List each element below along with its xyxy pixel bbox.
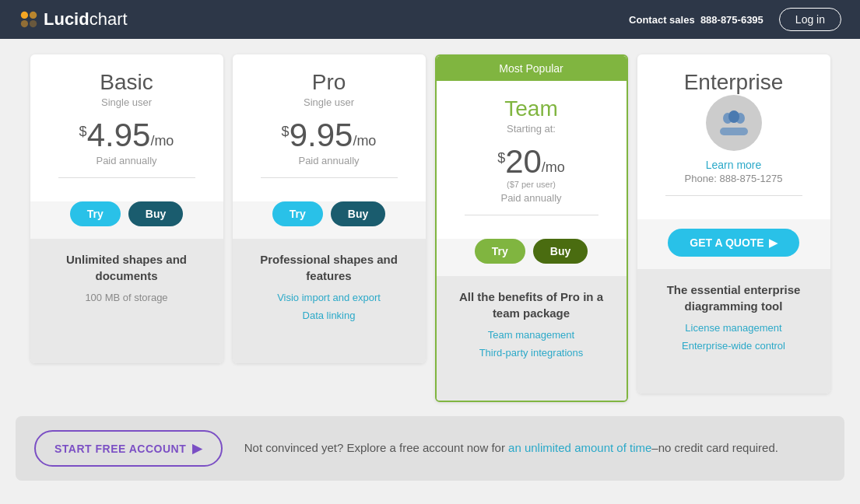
plan-name-team: Team [449, 96, 614, 121]
price-amount-pro: 9.95 [290, 119, 353, 152]
price-mo-basic: /mo [150, 133, 174, 149]
plan-price-pro: $ 9.95 /mo [245, 119, 413, 152]
start-free-account-button[interactable]: START FREE ACCOUNT ▶ [34, 430, 223, 467]
bottom-strip: START FREE ACCOUNT ▶ Not convinced yet? … [16, 416, 844, 481]
feature-main-pro: Professional shapes and features [245, 251, 413, 284]
plan-card-enterprise: Enterprise Learn more Phone: 888-875-127… [637, 54, 830, 394]
svg-point-2 [21, 20, 28, 27]
feature-link-team-1[interactable]: Third-party integrations [449, 347, 614, 359]
plan-header-basic: Basic Single user $ 4.95 /mo Paid annual… [30, 54, 223, 201]
bottom-highlight: an unlimited amount of time [508, 441, 651, 454]
start-free-arrow: ▶ [192, 441, 202, 456]
feature-link-enterprise-1[interactable]: Enterprise-wide control [650, 340, 818, 352]
plan-header-pro: Pro Single user $ 9.95 /mo Paid annually [233, 54, 426, 201]
enterprise-svg [717, 109, 751, 137]
start-free-label: START FREE ACCOUNT [54, 443, 186, 455]
plan-divider-enterprise [665, 195, 802, 196]
plan-billed-team: Paid annually [449, 192, 614, 204]
plan-price-team: $ 20 /mo [449, 145, 614, 178]
plan-card-team: Most Popular Team Starting at: $ 20 /mo … [435, 54, 628, 402]
price-amount-basic: 4.95 [87, 119, 151, 152]
contact-info: Contact sales 888-875-6395 [629, 14, 763, 26]
plan-billed-pro: Paid annually [245, 155, 413, 166]
plan-divider-team [465, 215, 598, 215]
plan-subtitle-pro: Single user [245, 96, 413, 108]
plan-divider-basic [58, 177, 195, 178]
logo-text: Lucidchart [44, 9, 128, 30]
price-amount-team: 20 [505, 145, 542, 178]
plan-features-enterprise: The essential enterprise diagramming too… [637, 269, 830, 394]
price-note-team: ($7 per user) [449, 180, 614, 189]
plan-billed-basic: Paid annually [43, 155, 211, 166]
header-right: Contact sales 888-875-6395 Log in [629, 8, 841, 31]
plan-subtitle-basic: Single user [43, 96, 211, 108]
price-dollar-basic: $ [79, 124, 87, 140]
plan-name-enterprise: Enterprise [650, 70, 818, 95]
feature-main-team: All the benefits of Pro in a team packag… [449, 289, 614, 321]
plan-features-team: All the benefits of Pro in a team packag… [437, 276, 627, 401]
contact-phone: 888-875-6395 [700, 14, 763, 26]
logo-icon [19, 9, 39, 30]
enterprise-icon [706, 95, 762, 151]
plan-subtitle-team: Starting at: [449, 123, 614, 135]
plan-card-basic: Basic Single user $ 4.95 /mo Paid annual… [30, 54, 223, 363]
price-mo-pro: /mo [353, 133, 376, 149]
get-quote-button[interactable]: GET A QUOTE ▶ [668, 229, 799, 257]
enterprise-learn-more[interactable]: Learn more [650, 159, 818, 171]
svg-rect-7 [720, 128, 748, 135]
btn-row-pro: Try Buy [233, 201, 426, 239]
plan-divider-pro [261, 177, 398, 178]
feature-link-pro-0[interactable]: Visio import and export [245, 292, 413, 303]
svg-point-3 [30, 20, 37, 27]
login-button[interactable]: Log in [779, 8, 841, 31]
try-button-pro[interactable]: Try [272, 201, 323, 226]
btn-row-team: Try Buy [437, 239, 627, 276]
buy-button-basic[interactable]: Buy [128, 201, 183, 226]
buy-button-pro[interactable]: Buy [331, 201, 385, 226]
try-button-team[interactable]: Try [475, 239, 525, 264]
svg-point-1 [30, 12, 37, 19]
feature-link-team-0[interactable]: Team management [449, 329, 614, 341]
feature-link-pro-1[interactable]: Data linking [245, 310, 413, 321]
plan-price-basic: $ 4.95 /mo [43, 119, 211, 152]
price-dollar-pro: $ [282, 124, 290, 140]
feature-storage-basic: 100 MB of storage [43, 292, 211, 303]
plan-features-basic: Unlimited shapes and documents 100 MB of… [30, 239, 223, 363]
main-header: Lucidchart Contact sales 888-875-6395 Lo… [0, 0, 860, 39]
price-dollar-team: $ [497, 150, 505, 166]
feature-main-basic: Unlimited shapes and documents [43, 251, 211, 284]
plans-wrapper: Basic Single user $ 4.95 /mo Paid annual… [16, 54, 844, 402]
svg-point-6 [728, 110, 739, 123]
feature-link-enterprise-0[interactable]: License management [650, 322, 818, 334]
plan-card-pro: Pro Single user $ 9.95 /mo Paid annually… [233, 54, 426, 363]
get-quote-label: GET A QUOTE [690, 236, 763, 249]
enterprise-phone: Phone: 888-875-1275 [650, 173, 818, 184]
plan-header-team: Team Starting at: $ 20 /mo ($7 per user)… [437, 81, 627, 239]
plan-name-basic: Basic [43, 70, 211, 95]
main-content: Basic Single user $ 4.95 /mo Paid annual… [0, 39, 860, 496]
most-popular-badge: Most Popular [437, 56, 627, 81]
btn-row-enterprise: GET A QUOTE ▶ [637, 219, 830, 269]
try-button-basic[interactable]: Try [70, 201, 121, 226]
plan-features-pro: Professional shapes and features Visio i… [233, 239, 426, 363]
feature-main-enterprise: The essential enterprise diagramming too… [650, 282, 818, 314]
plan-header-enterprise: Enterprise Learn more Phone: 888-875-127… [637, 54, 830, 219]
contact-label: Contact sales [629, 14, 695, 26]
btn-row-basic: Try Buy [30, 201, 223, 239]
buy-button-team[interactable]: Buy [533, 239, 588, 264]
bottom-description: Not convinced yet? Explore a free accoun… [244, 439, 778, 457]
get-quote-arrow: ▶ [769, 236, 778, 249]
price-mo-team: /mo [542, 159, 565, 176]
logo: Lucidchart [19, 9, 128, 30]
plan-name-pro: Pro [245, 70, 413, 95]
svg-point-0 [21, 12, 28, 19]
